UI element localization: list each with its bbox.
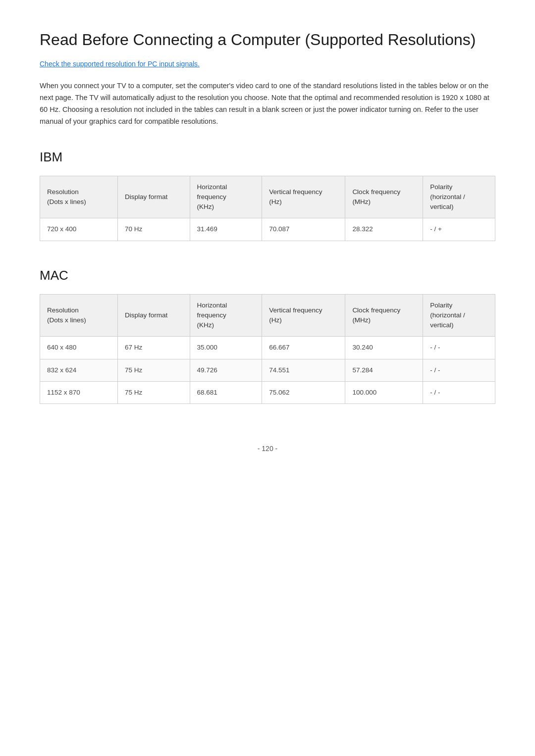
table-cell: - / - bbox=[423, 337, 495, 359]
table-cell: - / - bbox=[423, 381, 495, 403]
table-cell: 640 x 480 bbox=[40, 337, 118, 359]
col-header-1: Display format bbox=[117, 176, 190, 218]
page-title: Read Before Connecting a Computer (Suppo… bbox=[40, 30, 495, 50]
table-cell: 75.062 bbox=[262, 381, 345, 403]
table-cell: 75 Hz bbox=[117, 359, 190, 381]
table-cell: 28.322 bbox=[345, 218, 423, 241]
table-row: 720 x 40070 Hz31.46970.08728.322- / + bbox=[40, 218, 495, 241]
col-header-5: Polarity(horizontal /vertical) bbox=[423, 294, 495, 337]
table-cell: 35.000 bbox=[190, 337, 262, 359]
col-header-5: Polarity(horizontal /vertical) bbox=[423, 176, 495, 218]
table-cell: 49.726 bbox=[190, 359, 262, 381]
col-header-2: Horizontal frequency(KHz) bbox=[190, 294, 262, 337]
table-cell: 74.551 bbox=[262, 359, 345, 381]
table-row: 640 x 48067 Hz35.00066.66730.240- / - bbox=[40, 337, 495, 359]
table-mac: Resolution(Dots x lines)Display formatHo… bbox=[40, 294, 495, 404]
table-cell: 30.240 bbox=[345, 337, 423, 359]
section-ibm: IBMResolution(Dots x lines)Display forma… bbox=[40, 148, 495, 241]
table-ibm: Resolution(Dots x lines)Display formatHo… bbox=[40, 176, 495, 241]
col-header-3: Vertical frequency(Hz) bbox=[262, 176, 345, 218]
table-cell: - / - bbox=[423, 359, 495, 381]
col-header-4: Clock frequency(MHz) bbox=[345, 294, 423, 337]
page-footer: - 120 - bbox=[40, 444, 495, 454]
table-row: 1152 x 87075 Hz68.68175.062100.000- / - bbox=[40, 381, 495, 403]
col-header-4: Clock frequency(MHz) bbox=[345, 176, 423, 218]
col-header-0: Resolution(Dots x lines) bbox=[40, 176, 118, 218]
table-cell: 832 x 624 bbox=[40, 359, 118, 381]
section-mac: MACResolution(Dots x lines)Display forma… bbox=[40, 266, 495, 404]
col-header-0: Resolution(Dots x lines) bbox=[40, 294, 118, 337]
table-cell: 75 Hz bbox=[117, 381, 190, 403]
table-cell: 720 x 400 bbox=[40, 218, 118, 241]
section-title-mac: MAC bbox=[40, 266, 495, 285]
col-header-3: Vertical frequency(Hz) bbox=[262, 294, 345, 337]
table-cell: - / + bbox=[423, 218, 495, 241]
table-cell: 70.087 bbox=[262, 218, 345, 241]
table-cell: 66.667 bbox=[262, 337, 345, 359]
table-cell: 70 Hz bbox=[117, 218, 190, 241]
subtitle-link[interactable]: Check the supported resolution for PC in… bbox=[40, 59, 200, 69]
table-cell: 31.469 bbox=[190, 218, 262, 241]
section-title-ibm: IBM bbox=[40, 148, 495, 167]
table-cell: 67 Hz bbox=[117, 337, 190, 359]
table-cell: 1152 x 870 bbox=[40, 381, 118, 403]
col-header-2: Horizontal frequency(KHz) bbox=[190, 176, 262, 218]
col-header-1: Display format bbox=[117, 294, 190, 337]
table-cell: 68.681 bbox=[190, 381, 262, 403]
table-cell: 57.284 bbox=[345, 359, 423, 381]
intro-paragraph: When you connect your TV to a computer, … bbox=[40, 80, 495, 128]
table-cell: 100.000 bbox=[345, 381, 423, 403]
table-row: 832 x 62475 Hz49.72674.55157.284- / - bbox=[40, 359, 495, 381]
